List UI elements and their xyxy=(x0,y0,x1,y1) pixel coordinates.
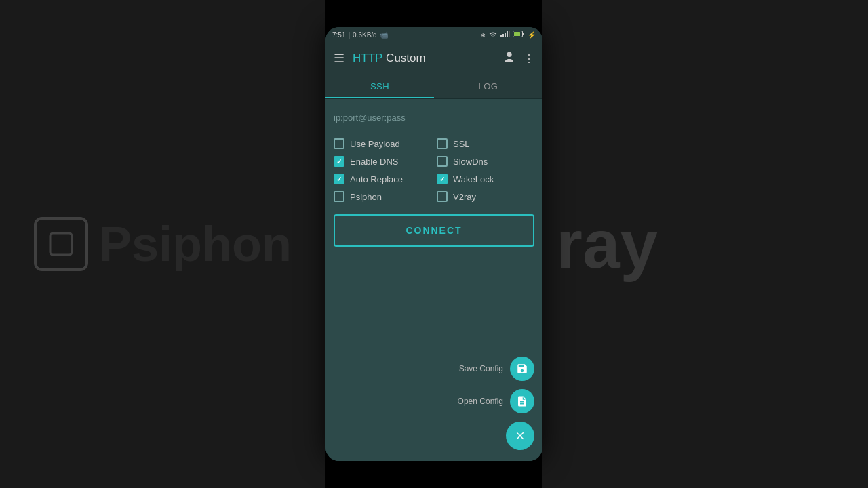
background-right: ray xyxy=(542,0,868,488)
video-icon: 📹 xyxy=(380,31,388,39)
checkbox-v2ray[interactable]: V2ray xyxy=(437,191,534,202)
checkbox-psiphon-box[interactable] xyxy=(334,191,344,202)
open-config-label: Open Config xyxy=(458,396,503,406)
close-fab-row xyxy=(506,422,534,450)
ssh-input-container xyxy=(334,110,534,127)
checkbox-auto-replace[interactable]: Auto Replace xyxy=(334,174,431,184)
bluetooth-icon: ∗ xyxy=(480,31,486,39)
bg-icon xyxy=(34,217,88,271)
status-bar: 7:51 | 0.6KB/d 📹 ∗ xyxy=(326,27,542,42)
svg-rect-0 xyxy=(50,233,72,255)
checkbox-enable-dns-label: Enable DNS xyxy=(350,157,399,167)
svg-rect-3 xyxy=(505,33,506,37)
save-config-button[interactable] xyxy=(510,357,534,381)
charging-icon: ⚡ xyxy=(528,31,536,39)
status-speed: 0.6KB/d xyxy=(353,31,377,39)
wifi-icon xyxy=(488,30,498,39)
phone-frame: 7:51 | 0.6KB/d 📹 ∗ xyxy=(326,27,542,461)
checkbox-use-payload-box[interactable] xyxy=(334,138,344,149)
top-bar-left: ☰ HTTP Custom xyxy=(334,51,426,66)
tab-ssh[interactable]: SSH xyxy=(326,75,434,98)
tabs: SSH LOG xyxy=(326,75,542,99)
checkbox-wakelock[interactable]: WakeLock xyxy=(437,174,534,184)
checkbox-psiphon-label: Psiphon xyxy=(350,192,382,202)
battery-icon xyxy=(513,30,525,39)
checkbox-ssl-box[interactable] xyxy=(437,138,448,149)
svg-rect-2 xyxy=(502,34,504,37)
checkbox-slowdns-label: SlowDns xyxy=(453,157,488,167)
checkbox-v2ray-label: V2ray xyxy=(453,192,476,202)
bg-logo-text: Psiphon xyxy=(99,216,292,272)
checkbox-auto-replace-label: Auto Replace xyxy=(350,174,403,184)
tab-log[interactable]: LOG xyxy=(434,75,542,98)
app-title: HTTP Custom xyxy=(353,52,426,65)
status-time: 7:51 xyxy=(332,31,345,39)
svg-rect-4 xyxy=(507,31,508,37)
status-left: 7:51 | 0.6KB/d 📹 xyxy=(332,31,388,39)
ssh-input[interactable] xyxy=(334,110,534,127)
more-icon[interactable]: ⋮ xyxy=(524,52,534,65)
checkbox-ssl-label: SSL xyxy=(453,139,470,149)
open-config-row: Open Config xyxy=(458,389,534,413)
bg-right-text: ray xyxy=(556,205,658,283)
top-bar: ☰ HTTP Custom ⋮ xyxy=(326,42,542,75)
profile-icon[interactable] xyxy=(503,51,515,66)
background-left: Psiphon xyxy=(0,0,326,488)
menu-icon[interactable]: ☰ xyxy=(334,51,344,66)
status-separator: | xyxy=(348,31,350,39)
svg-rect-5 xyxy=(509,30,510,37)
open-config-button[interactable] xyxy=(510,389,534,413)
checkboxes-grid: Use Payload SSL Enable DNS SlowDns Auto … xyxy=(334,138,534,202)
fab-area: Save Config Open Config xyxy=(458,357,534,450)
signal-icon xyxy=(500,30,510,39)
checkbox-auto-replace-box[interactable] xyxy=(334,174,344,184)
main-content: Use Payload SSL Enable DNS SlowDns Auto … xyxy=(326,99,542,461)
status-right: ∗ xyxy=(480,30,536,39)
checkbox-psiphon[interactable]: Psiphon xyxy=(334,191,431,202)
checkbox-slowdns-box[interactable] xyxy=(437,156,448,167)
checkbox-v2ray-box[interactable] xyxy=(437,191,448,202)
checkbox-use-payload[interactable]: Use Payload xyxy=(334,138,431,149)
save-config-label: Save Config xyxy=(459,364,503,373)
connect-button[interactable]: CONNECT xyxy=(334,214,534,247)
checkbox-slowdns[interactable]: SlowDns xyxy=(437,156,534,167)
svg-rect-1 xyxy=(500,35,502,37)
checkbox-enable-dns[interactable]: Enable DNS xyxy=(334,156,431,167)
app-title-http: HTTP xyxy=(353,52,382,64)
checkbox-ssl[interactable]: SSL xyxy=(437,138,534,149)
app-title-custom: Custom xyxy=(382,52,425,64)
checkbox-use-payload-label: Use Payload xyxy=(350,139,400,149)
top-bar-right: ⋮ xyxy=(503,51,534,66)
save-config-row: Save Config xyxy=(459,357,534,381)
checkbox-wakelock-label: WakeLock xyxy=(453,174,494,184)
svg-rect-7 xyxy=(514,32,520,36)
checkbox-enable-dns-box[interactable] xyxy=(334,156,344,167)
checkbox-wakelock-box[interactable] xyxy=(437,174,448,184)
svg-rect-8 xyxy=(523,33,524,35)
close-fab-button[interactable] xyxy=(506,422,534,450)
